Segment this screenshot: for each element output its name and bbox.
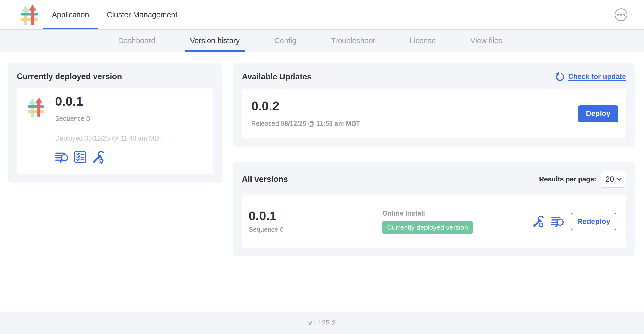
top-nav: Application Cluster Management <box>0 0 644 30</box>
update-details: 0.0.2 Released 08/12/25 @ 11:53 am MDT <box>251 100 360 127</box>
row-version-number: 0.0.1 <box>249 209 382 223</box>
redeploy-button[interactable]: Redeploy <box>571 213 616 230</box>
available-updates-title: Available Updates <box>242 72 312 82</box>
top-tabs: Application Cluster Management <box>43 0 186 29</box>
subnav-item-version-history[interactable]: Version history <box>185 30 245 52</box>
tab-cluster-management[interactable]: Cluster Management <box>98 0 186 29</box>
tab-cluster-management-label: Cluster Management <box>107 10 177 19</box>
right-column: Available Updates Check for update 0.0.2… <box>233 63 635 256</box>
deploy-logs-icon[interactable] <box>55 151 69 163</box>
app-logo-icon <box>16 0 42 29</box>
console-version: v1.125.2 <box>308 319 336 327</box>
topnav-spacer <box>186 0 615 29</box>
footer: v1.125.2 <box>0 312 644 334</box>
main-content: Currently deployed version 0.0.1 Sequenc… <box>0 52 644 312</box>
app-window: Application Cluster Management Dashboard… <box>0 0 644 334</box>
check-for-update-link[interactable]: Check for update <box>555 72 626 82</box>
version-row-details: 0.0.1 Sequence 0 <box>249 209 382 233</box>
deployed-sequence: Sequence 0 <box>55 115 163 122</box>
available-updates-card: Available Updates Check for update 0.0.2… <box>233 63 635 147</box>
deploy-logs-icon[interactable] <box>551 216 564 227</box>
version-row-actions: Redeploy <box>532 213 616 230</box>
row-sequence: Sequence 0 <box>249 226 382 233</box>
ellipsis-dot <box>617 14 619 16</box>
refresh-icon <box>555 72 565 82</box>
update-version-number: 0.0.2 <box>251 100 360 113</box>
released-prefix: Released <box>251 120 281 127</box>
subnav-label: Troubleshoot <box>331 36 375 45</box>
check-for-update-label: Check for update <box>568 73 626 81</box>
preflight-checklist-icon[interactable] <box>74 151 86 163</box>
currently-deployed-title: Currently deployed version <box>17 72 213 81</box>
subnav-item-dashboard[interactable]: Dashboard <box>113 30 161 52</box>
more-menu-button[interactable] <box>615 8 627 21</box>
deployed-version-panel: 0.0.1 Sequence 0 Deployed 08/12/25 @ 11:… <box>17 88 213 174</box>
subnav-item-troubleshoot[interactable]: Troubleshoot <box>326 30 380 52</box>
chevron-down-icon <box>616 177 622 181</box>
deployed-actions <box>55 150 163 164</box>
update-released-line: Released 08/12/25 @ 11:53 am MDT <box>251 120 360 127</box>
subnav-label: License <box>410 36 436 45</box>
available-update-row: 0.0.2 Released 08/12/25 @ 11:53 am MDT D… <box>242 89 626 138</box>
edit-config-icon[interactable] <box>92 150 105 164</box>
released-timestamp: 08/12/25 @ 11:53 am MDT <box>281 120 360 127</box>
all-versions-card: All versions Results per page: 20 0.0 <box>233 162 635 256</box>
tab-application[interactable]: Application <box>43 0 98 29</box>
tab-application-label: Application <box>52 10 89 19</box>
all-versions-title: All versions <box>242 175 288 184</box>
subnav-label: Version history <box>190 36 240 45</box>
deployed-version-details: 0.0.1 Sequence 0 Deployed 08/12/25 @ 11:… <box>55 95 163 167</box>
subnav-label: View files <box>470 36 502 45</box>
install-type-label: Online Install <box>382 209 473 217</box>
subnav-item-config[interactable]: Config <box>269 30 302 52</box>
app-subnav: Dashboard Version history Config Trouble… <box>0 30 644 52</box>
edit-config-icon[interactable] <box>532 216 544 228</box>
results-per-page-value: 20 <box>605 175 616 184</box>
currently-deployed-card: Currently deployed version 0.0.1 Sequenc… <box>8 63 222 183</box>
ellipsis-dot <box>623 14 625 16</box>
subnav-label: Dashboard <box>118 36 155 45</box>
deploy-button[interactable]: Deploy <box>578 105 618 122</box>
version-row-status: Online Install Currently deployed versio… <box>382 209 473 234</box>
deployed-timestamp: Deployed 08/12/25 @ 11:40 am MDT <box>55 134 163 142</box>
ellipsis-dot <box>620 14 622 16</box>
results-per-page: Results per page: 20 <box>539 171 626 188</box>
results-per-page-select[interactable]: 20 <box>601 171 626 188</box>
deployed-version-number: 0.0.1 <box>55 95 163 108</box>
results-per-page-label: Results per page: <box>539 175 596 183</box>
currently-deployed-badge: Currently deployed version <box>382 221 473 234</box>
app-logo-icon <box>25 95 47 167</box>
version-row: 0.0.1 Sequence 0 Online Install Currentl… <box>242 195 626 248</box>
subnav-item-view-files[interactable]: View files <box>465 30 507 52</box>
subnav-item-license[interactable]: License <box>404 30 441 52</box>
subnav-label: Config <box>274 36 296 45</box>
